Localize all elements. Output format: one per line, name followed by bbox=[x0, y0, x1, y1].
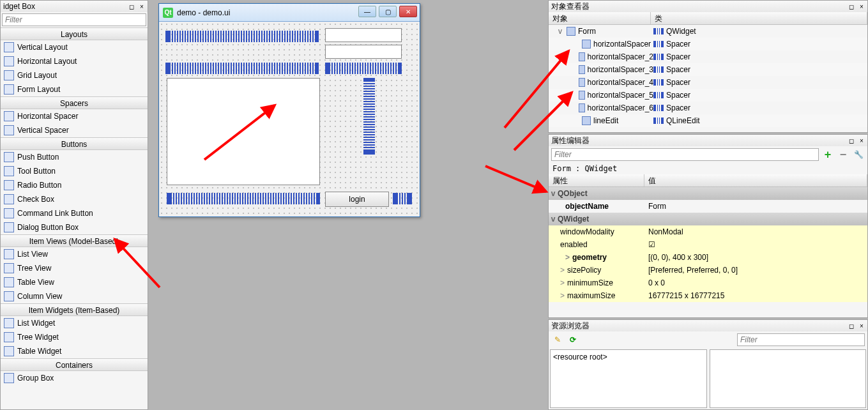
property-editor-titlebar[interactable]: 属性编辑器 ◻ × bbox=[549, 135, 867, 146]
object-tree[interactable]: vFormQWidgethorizontalSpacerSpacerhorizo… bbox=[549, 25, 867, 132]
dock-close-icon[interactable]: × bbox=[857, 321, 866, 330]
property-row[interactable]: vQObject bbox=[549, 187, 867, 200]
widget-category[interactable]: Containers bbox=[1, 358, 148, 371]
expand-icon[interactable]: v bbox=[549, 189, 558, 198]
widget-item[interactable]: Command Link Button bbox=[1, 206, 148, 220]
widget-category[interactable]: Item Widgets (Item-Based) bbox=[1, 303, 148, 316]
property-value[interactable]: NonModal bbox=[644, 227, 867, 236]
object-tree-header[interactable]: 对象 类 bbox=[549, 12, 867, 25]
property-name[interactable]: >minimumSize bbox=[549, 278, 644, 287]
property-header-name[interactable]: 属性 bbox=[549, 174, 644, 186]
property-row[interactable]: >maximumSize16777215 x 16777215 bbox=[549, 289, 867, 302]
remove-property-icon[interactable]: − bbox=[837, 148, 849, 161]
object-tree-row[interactable]: horizontalSpacer_3Spacer bbox=[549, 63, 867, 76]
widget-category[interactable]: Spacers bbox=[1, 96, 148, 109]
property-value[interactable]: [(0, 0), 400 x 300] bbox=[644, 253, 867, 262]
dock-close-icon[interactable]: × bbox=[857, 136, 866, 145]
property-filter-input[interactable] bbox=[551, 148, 819, 161]
property-name[interactable]: >sizePolicy bbox=[549, 266, 644, 275]
widget-box-filter-input[interactable] bbox=[2, 13, 146, 26]
widget-item[interactable]: Tool Button bbox=[1, 164, 148, 178]
widget-category[interactable]: Layouts bbox=[1, 27, 148, 40]
horizontal-spacer-5[interactable] bbox=[393, 193, 412, 204]
widget-item[interactable]: Vertical Layout bbox=[1, 40, 148, 54]
object-header-class[interactable]: 类 bbox=[651, 12, 867, 24]
widget-category[interactable]: Buttons bbox=[1, 137, 148, 150]
object-tree-row[interactable]: horizontalSpacer_2Spacer bbox=[549, 50, 867, 63]
property-row[interactable]: windowModalityNonModal bbox=[549, 225, 867, 238]
resource-tree[interactable]: <resource root> bbox=[550, 349, 707, 408]
wrench-icon[interactable]: 🔧 bbox=[852, 148, 865, 161]
widget-item[interactable]: Horizontal Layout bbox=[1, 54, 148, 68]
widget-item[interactable]: List Widget bbox=[1, 316, 148, 330]
designer-form-window[interactable]: Qt demo - demo.ui — ▢ ✕ login bbox=[158, 3, 420, 217]
widget-item[interactable]: Grid Layout bbox=[1, 68, 148, 82]
widget-item[interactable]: Column View bbox=[1, 289, 148, 303]
property-name[interactable]: >maximumSize bbox=[549, 291, 644, 300]
property-header-value[interactable]: 值 bbox=[644, 174, 867, 186]
dock-float-icon[interactable]: ◻ bbox=[847, 136, 856, 145]
resource-filter-input[interactable] bbox=[737, 333, 865, 346]
property-name[interactable]: windowModality bbox=[549, 227, 644, 236]
widget-item[interactable]: Tree View bbox=[1, 261, 148, 275]
property-name[interactable]: objectName bbox=[549, 202, 644, 211]
widget-item[interactable]: List View bbox=[1, 247, 148, 261]
object-tree-row[interactable]: horizontalSpacer_6Spacer bbox=[549, 102, 867, 114]
widget-item[interactable]: Check Box bbox=[1, 192, 148, 206]
object-tree-row[interactable]: vFormQWidget bbox=[549, 25, 867, 38]
line-edit-1[interactable] bbox=[325, 28, 402, 42]
property-row[interactable]: >sizePolicy[Preferred, Preferred, 0, 0] bbox=[549, 264, 867, 277]
property-value[interactable]: 16777215 x 16777215 bbox=[644, 291, 867, 300]
maximize-button[interactable]: ▢ bbox=[379, 6, 397, 17]
widget-item[interactable]: Table View bbox=[1, 275, 148, 289]
widget-item[interactable]: Form Layout bbox=[1, 82, 148, 96]
property-value[interactable]: Form bbox=[644, 202, 867, 211]
property-row[interactable]: objectNameForm bbox=[549, 200, 867, 213]
object-header-object[interactable]: 对象 bbox=[549, 12, 651, 24]
widget-item[interactable]: Vertical Spacer bbox=[1, 123, 148, 137]
widget-category[interactable]: Item Views (Model-Based) bbox=[1, 234, 148, 247]
widget-item[interactable]: Radio Button bbox=[1, 178, 148, 192]
object-tree-row[interactable]: lineEditQLineEdit bbox=[549, 114, 867, 127]
expand-icon[interactable]: v bbox=[556, 27, 564, 36]
property-row[interactable]: >geometry[(0, 0), 400 x 300] bbox=[549, 251, 867, 264]
dock-float-icon[interactable]: ◻ bbox=[847, 321, 856, 330]
add-property-icon[interactable]: + bbox=[821, 148, 834, 161]
horizontal-spacer[interactable] bbox=[165, 31, 319, 42]
login-button[interactable]: login bbox=[325, 192, 389, 207]
property-row[interactable]: enabled☑ bbox=[549, 238, 867, 251]
widget-item[interactable]: Dialog Button Box bbox=[1, 220, 148, 234]
resource-browser-titlebar[interactable]: 资源浏览器 ◻ × bbox=[549, 320, 867, 331]
widget-item[interactable]: Group Box bbox=[1, 371, 148, 385]
widget-item[interactable]: Table Widget bbox=[1, 344, 148, 358]
form-canvas[interactable]: login bbox=[159, 22, 420, 216]
property-row[interactable]: vQWidget bbox=[549, 213, 867, 225]
horizontal-spacer-2[interactable] bbox=[165, 63, 319, 74]
reload-icon[interactable]: ⟳ bbox=[567, 333, 579, 346]
resource-preview[interactable] bbox=[710, 349, 867, 408]
horizontal-spacer-3[interactable] bbox=[325, 63, 402, 74]
widget-item[interactable]: Tree Widget bbox=[1, 330, 148, 344]
property-name[interactable]: enabled bbox=[549, 240, 644, 249]
property-value[interactable]: 0 x 0 bbox=[644, 278, 867, 287]
object-inspector-titlebar[interactable]: 对象查看器 ◻ × bbox=[549, 1, 867, 12]
minimize-button[interactable]: — bbox=[358, 6, 376, 17]
property-header[interactable]: 属性 值 bbox=[549, 174, 867, 187]
vertical-spacer[interactable] bbox=[363, 78, 375, 155]
designer-titlebar[interactable]: Qt demo - demo.ui — ▢ ✕ bbox=[159, 4, 420, 22]
property-value[interactable]: ☑ bbox=[644, 240, 867, 249]
widget-item[interactable]: Push Button bbox=[1, 150, 148, 164]
dock-float-icon[interactable]: ◻ bbox=[127, 2, 136, 11]
text-edit[interactable] bbox=[167, 78, 320, 185]
dock-float-icon[interactable]: ◻ bbox=[847, 2, 856, 11]
object-tree-row[interactable]: horizontalSpacerSpacer bbox=[549, 38, 867, 50]
widget-box-title-bar[interactable]: idget Box ◻ × bbox=[1, 1, 148, 12]
property-row[interactable]: >minimumSize0 x 0 bbox=[549, 277, 867, 289]
dock-close-icon[interactable]: × bbox=[857, 2, 866, 11]
line-edit-2[interactable] bbox=[325, 45, 402, 59]
property-value[interactable]: [Preferred, Preferred, 0, 0] bbox=[644, 266, 867, 275]
expand-icon[interactable]: v bbox=[549, 215, 558, 224]
property-list[interactable]: vQObjectobjectNameFormvQWidgetwindowModa… bbox=[549, 187, 867, 317]
object-tree-row[interactable]: horizontalSpacer_5Spacer bbox=[549, 89, 867, 102]
edit-resources-icon[interactable]: ✎ bbox=[551, 333, 564, 346]
